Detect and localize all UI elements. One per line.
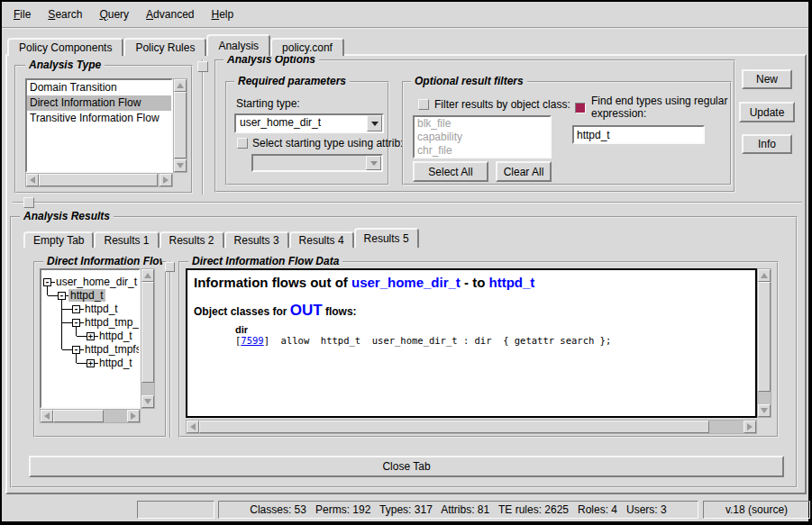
tab-results-4[interactable]: Results 4 xyxy=(289,231,354,248)
menu-file[interactable]: File xyxy=(11,7,33,22)
scroll-track[interactable] xyxy=(141,282,154,395)
scroll-left-arrow[interactable] xyxy=(26,174,39,186)
analysis-type-item-selected[interactable]: Direct Information Flow xyxy=(27,95,171,111)
scroll-up-arrow[interactable] xyxy=(174,79,187,92)
tree-expander-icon[interactable]: - xyxy=(43,278,51,286)
tree-node-label[interactable]: httpd_tmp_t xyxy=(83,316,141,329)
regex-input[interactable] xyxy=(572,125,705,144)
analysis-type-hscrollbar[interactable] xyxy=(25,173,173,187)
scroll-thumb[interactable] xyxy=(758,282,771,392)
object-class-item[interactable]: chr_file xyxy=(415,144,550,158)
object-class-checkbox[interactable] xyxy=(418,99,429,110)
tab-analysis[interactable]: Analysis xyxy=(206,34,270,56)
tree-line xyxy=(77,336,87,337)
required-parameters-title: Required parameters xyxy=(234,75,350,87)
combobox-dropdown-button[interactable] xyxy=(366,156,381,170)
tree-expander-icon[interactable]: - xyxy=(72,305,80,313)
rule-id-link[interactable]: 7599 xyxy=(241,335,263,346)
flow-tree-vscrollbar[interactable] xyxy=(141,268,155,409)
scroll-track[interactable] xyxy=(39,174,160,186)
flow-data-title: Direct Information Flow Data xyxy=(188,255,342,267)
attrib-combobox-value xyxy=(253,156,366,170)
menu-query[interactable]: Query xyxy=(96,7,132,22)
scroll-track[interactable] xyxy=(53,410,127,422)
scroll-down-arrow[interactable] xyxy=(174,159,187,172)
attrib-combobox-disabled[interactable] xyxy=(251,154,383,172)
combobox-dropdown-button[interactable] xyxy=(367,115,382,131)
scroll-thumb[interactable] xyxy=(53,410,104,422)
scroll-thumb[interactable] xyxy=(39,174,158,186)
tree-line xyxy=(47,285,48,295)
regex-checkbox-checked[interactable] xyxy=(575,103,586,113)
tab-results-3[interactable]: Results 3 xyxy=(224,231,289,248)
object-class-item[interactable]: capability xyxy=(415,131,550,144)
scroll-thumb[interactable] xyxy=(141,282,154,383)
analysis-type-item[interactable]: Domain Transition xyxy=(27,80,171,95)
tree-node-label-selected[interactable]: httpd_t xyxy=(68,289,105,302)
tree-node-label[interactable]: httpd_t xyxy=(97,357,134,369)
new-button[interactable]: New xyxy=(742,69,792,89)
scroll-up-arrow[interactable] xyxy=(141,269,154,282)
flow-direction: OUT xyxy=(290,302,323,319)
tab-policy-conf[interactable]: policy.conf xyxy=(270,38,344,56)
tree-expander-icon[interactable]: - xyxy=(58,292,66,300)
scroll-down-arrow[interactable] xyxy=(141,395,154,408)
scroll-track[interactable] xyxy=(199,421,744,433)
flow-header-prefix: Information flows out of xyxy=(194,275,351,290)
scroll-left-arrow[interactable] xyxy=(41,410,53,422)
tab-policy-components[interactable]: Policy Components xyxy=(7,38,123,56)
tree-node-label[interactable]: httpd_tmpfs_t xyxy=(83,343,141,356)
menubar: File Search Query Advanced Help xyxy=(2,2,808,29)
flow-data-vscrollbar[interactable] xyxy=(757,268,771,418)
flow-target-type: httpd_t xyxy=(489,275,535,290)
tree-node-label[interactable]: user_home_dir_t xyxy=(54,276,139,288)
tab-empty[interactable]: Empty Tab xyxy=(23,231,94,248)
attrib-checkbox[interactable] xyxy=(237,138,248,149)
flow-data-hscrollbar[interactable] xyxy=(186,420,757,434)
starting-type-combobox[interactable]: user_home_dir_t xyxy=(234,113,384,133)
tab-results-1[interactable]: Results 1 xyxy=(94,231,159,248)
scroll-thumb[interactable] xyxy=(174,92,187,158)
scroll-track[interactable] xyxy=(174,92,187,159)
starting-type-label: Starting type: xyxy=(236,97,300,110)
scroll-right-arrow[interactable] xyxy=(160,174,172,186)
tab-policy-rules[interactable]: Policy Rules xyxy=(123,38,206,56)
analysis-type-item[interactable]: Transitive Information Flow xyxy=(27,111,171,126)
menu-help[interactable]: Help xyxy=(208,7,236,22)
menu-search[interactable]: Search xyxy=(45,7,85,22)
close-tab-button[interactable]: Close Tab xyxy=(29,456,784,477)
scroll-right-arrow[interactable] xyxy=(127,410,140,422)
tree-expander-icon[interactable]: + xyxy=(87,332,95,340)
scroll-thumb[interactable] xyxy=(199,421,709,433)
flow-header-mid: - to xyxy=(461,275,489,290)
clear-all-button[interactable]: Clear All xyxy=(496,161,552,182)
tree-expander-icon[interactable]: - xyxy=(72,346,80,354)
tab-results-2[interactable]: Results 2 xyxy=(160,231,224,248)
tree-expander-icon[interactable]: + xyxy=(87,359,95,367)
app-window: File Search Query Advanced Help Policy C… xyxy=(0,0,812,525)
tab-results-5[interactable]: Results 5 xyxy=(354,228,419,248)
info-button[interactable]: Info xyxy=(742,134,792,154)
results-sash-line xyxy=(13,202,802,204)
tree-node-label[interactable]: httpd_t xyxy=(97,330,134,342)
scroll-right-arrow[interactable] xyxy=(744,421,756,433)
pane-sash-handle[interactable] xyxy=(197,61,208,72)
results-sash-handle[interactable] xyxy=(23,197,34,208)
scroll-left-arrow[interactable] xyxy=(187,421,199,433)
analysis-type-vscrollbar[interactable] xyxy=(173,78,187,173)
scroll-track[interactable] xyxy=(758,282,771,404)
scroll-up-arrow[interactable] xyxy=(758,269,771,282)
select-all-button[interactable]: Select All xyxy=(413,161,488,182)
update-button[interactable]: Update xyxy=(739,102,795,122)
flow-tree-hscrollbar[interactable] xyxy=(40,409,141,423)
tree-expander-icon[interactable]: - xyxy=(72,319,80,327)
results-pane-sash-handle[interactable] xyxy=(165,262,175,272)
scroll-down-arrow[interactable] xyxy=(758,404,771,417)
object-class-item[interactable]: blk_file xyxy=(415,117,550,131)
flow-data-textarea[interactable]: Information flows out of user_home_dir_t… xyxy=(186,268,757,418)
right-arrow-icon xyxy=(747,423,753,430)
pane-sash-line xyxy=(202,59,204,195)
down-arrow-icon xyxy=(177,163,184,168)
tree-node-label[interactable]: httpd_t xyxy=(83,303,120,315)
menu-advanced[interactable]: Advanced xyxy=(143,7,196,22)
